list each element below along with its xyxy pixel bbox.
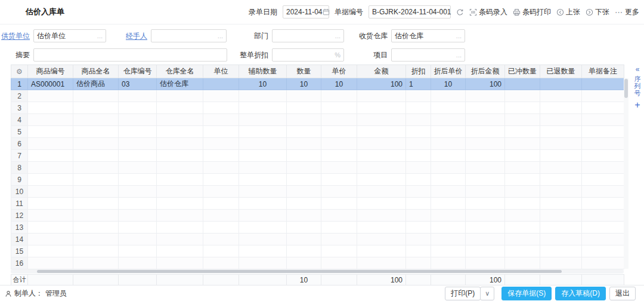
grid-cell[interactable] xyxy=(357,174,406,186)
row-number[interactable]: 14 xyxy=(11,234,28,245)
grid-cell[interactable] xyxy=(540,257,582,269)
grid-cell[interactable] xyxy=(73,126,119,138)
grid-cell[interactable] xyxy=(582,245,624,257)
grid-cell[interactable] xyxy=(157,150,203,162)
grid-cell[interactable] xyxy=(466,186,505,198)
grid-cell[interactable] xyxy=(157,102,203,114)
barcode-entry-button[interactable]: 条码录入 xyxy=(469,7,507,17)
grid-cell[interactable] xyxy=(287,174,321,186)
row-number[interactable]: 9 xyxy=(11,174,28,186)
column-header[interactable]: 金额 xyxy=(357,65,406,78)
grid-cell[interactable] xyxy=(357,245,406,257)
grid-cell[interactable] xyxy=(321,234,357,245)
collapse-panel-icon[interactable]: « xyxy=(636,66,640,73)
grid-cell[interactable] xyxy=(73,234,119,245)
grid-cell[interactable] xyxy=(321,126,357,138)
table-row[interactable]: 3 xyxy=(11,102,624,114)
grid-cell[interactable] xyxy=(582,150,624,162)
grid-cell[interactable] xyxy=(239,90,287,102)
serial-number-tab[interactable]: 序列号 xyxy=(634,75,642,97)
more-button[interactable]: ⋯ 更多 xyxy=(615,7,639,17)
grid-cell[interactable] xyxy=(157,90,203,102)
grid-cell[interactable] xyxy=(540,174,582,186)
grid-cell[interactable] xyxy=(431,90,466,102)
grid-cell[interactable]: 100 xyxy=(357,78,406,90)
grid-cell[interactable] xyxy=(505,102,540,114)
row-number[interactable]: 10 xyxy=(11,186,28,198)
grid-cell[interactable] xyxy=(505,162,540,174)
column-header[interactable]: 折后金额 xyxy=(466,65,505,78)
table-row[interactable]: 10 xyxy=(11,186,624,198)
grid-cell[interactable] xyxy=(406,257,431,269)
grid-cell[interactable] xyxy=(431,162,466,174)
column-header[interactable]: 商品编号 xyxy=(28,65,73,78)
grid-cell[interactable] xyxy=(505,257,540,269)
grid-cell[interactable] xyxy=(239,198,287,210)
grid-cell[interactable] xyxy=(28,198,73,210)
table-row[interactable]: 15 xyxy=(11,245,624,257)
grid-cell[interactable] xyxy=(582,210,624,222)
grid-cell[interactable] xyxy=(582,138,624,150)
ellipsis-picker-icon[interactable]: ... xyxy=(335,32,340,39)
grid-cell[interactable] xyxy=(406,234,431,245)
grid-cell[interactable] xyxy=(321,90,357,102)
grid-cell[interactable] xyxy=(540,245,582,257)
exit-button[interactable]: 退出 xyxy=(609,287,636,300)
row-number[interactable]: 4 xyxy=(11,114,28,126)
grid-cell[interactable] xyxy=(203,90,239,102)
grid-cell[interactable]: 03 xyxy=(119,78,157,90)
grid-cell[interactable] xyxy=(431,234,466,245)
table-row[interactable]: 12 xyxy=(11,210,624,222)
table-row[interactable]: 13 xyxy=(11,222,624,234)
handler-label[interactable]: 经手人 xyxy=(126,29,147,42)
summary-input[interactable] xyxy=(33,48,227,62)
horizontal-scrollbar[interactable] xyxy=(11,269,624,274)
grid-cell[interactable] xyxy=(157,174,203,186)
grid-cell[interactable] xyxy=(540,150,582,162)
grid-cell[interactable] xyxy=(431,126,466,138)
grid-cell[interactable] xyxy=(466,150,505,162)
grid-cell[interactable] xyxy=(203,102,239,114)
grid-cell[interactable] xyxy=(119,245,157,257)
grid-cell[interactable] xyxy=(157,245,203,257)
grid-cell[interactable] xyxy=(28,186,73,198)
grid-cell[interactable] xyxy=(73,162,119,174)
column-header[interactable]: 单位 xyxy=(203,65,239,78)
supplier-input[interactable]: 估价单位 ... xyxy=(33,29,106,42)
grid-cell[interactable] xyxy=(406,150,431,162)
grid-cell[interactable] xyxy=(157,162,203,174)
grid-cell[interactable]: 10 xyxy=(239,78,287,90)
grid-cell[interactable] xyxy=(203,174,239,186)
grid-cell[interactable] xyxy=(28,210,73,222)
horizontal-scrollbar-thumb[interactable] xyxy=(37,270,562,273)
add-icon[interactable]: + xyxy=(634,100,640,110)
grid-cell[interactable] xyxy=(357,162,406,174)
grid-cell[interactable] xyxy=(239,114,287,126)
grid-cell[interactable] xyxy=(73,174,119,186)
grid-cell[interactable]: 10 xyxy=(321,78,357,90)
grid-cell[interactable] xyxy=(540,222,582,234)
grid-cell[interactable] xyxy=(239,162,287,174)
grid-cell[interactable] xyxy=(582,126,624,138)
grid-cell[interactable] xyxy=(239,126,287,138)
grid-cell[interactable] xyxy=(119,126,157,138)
grid-cell[interactable] xyxy=(582,234,624,245)
grid-cell[interactable] xyxy=(28,162,73,174)
grid-cell[interactable] xyxy=(321,114,357,126)
grid-cell[interactable]: 10 xyxy=(431,78,466,90)
grid-cell[interactable] xyxy=(357,126,406,138)
grid-cell[interactable] xyxy=(321,162,357,174)
grid-cell[interactable] xyxy=(287,150,321,162)
column-header[interactable]: 辅助数量 xyxy=(239,65,287,78)
grid-cell[interactable] xyxy=(431,257,466,269)
grid-cell[interactable] xyxy=(321,198,357,210)
row-number[interactable]: 6 xyxy=(11,138,28,150)
ellipsis-picker-icon[interactable]: ... xyxy=(456,32,462,39)
grid-cell[interactable] xyxy=(203,78,239,90)
grid-cell[interactable] xyxy=(406,126,431,138)
table-row[interactable]: 7 xyxy=(11,150,624,162)
grid-cell[interactable] xyxy=(203,198,239,210)
print-dropdown-button[interactable]: ∨ xyxy=(480,287,494,300)
grid-cell[interactable] xyxy=(406,102,431,114)
grid-cell[interactable] xyxy=(203,245,239,257)
